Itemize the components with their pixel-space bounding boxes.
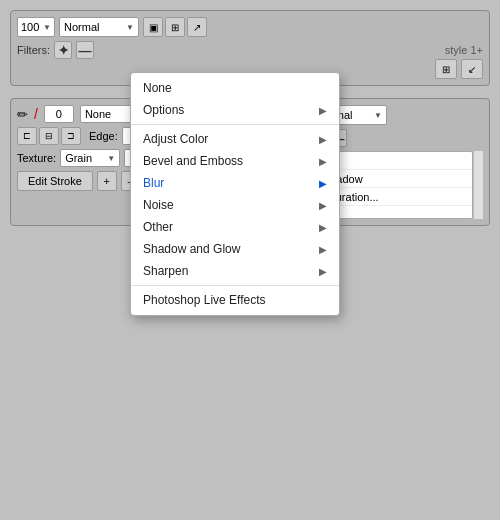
menu-separator-1 <box>131 124 339 125</box>
menu-item-blur[interactable]: Blur ▶ <box>131 172 339 194</box>
options-arrow-icon: ▶ <box>319 105 327 116</box>
menu-item-other[interactable]: Other ▶ <box>131 216 339 238</box>
menu-item-none[interactable]: None <box>131 77 339 99</box>
icon-btn-3[interactable]: ↗ <box>187 17 207 37</box>
menu-item-photoshop-live[interactable]: Photoshop Live Effects <box>131 289 339 311</box>
edge-label: Edge: <box>89 130 118 142</box>
menu-item-blur-label: Blur <box>143 176 164 190</box>
menu-separator-2 <box>131 285 339 286</box>
menu-item-adjust-color[interactable]: Adjust Color ▶ <box>131 128 339 150</box>
opacity-value: 100 <box>21 21 43 33</box>
menu-item-sharpen-label: Sharpen <box>143 264 188 278</box>
filters-row: Filters: ✦ — style 1+ <box>17 41 483 59</box>
texture-arrow-icon: ▼ <box>107 154 115 163</box>
right-blend-arrow-icon: ▼ <box>374 111 382 120</box>
menu-item-other-label: Other <box>143 220 173 234</box>
icon-btn-1[interactable]: ▣ <box>143 17 163 37</box>
edit-stroke-button[interactable]: Edit Stroke <box>17 171 93 191</box>
filter-remove-button[interactable]: — <box>76 41 94 59</box>
stroke-value-input[interactable] <box>44 105 74 123</box>
menu-item-shadow-glow[interactable]: Shadow and Glow ▶ <box>131 238 339 260</box>
filter-add-button[interactable]: ✦ <box>54 41 72 59</box>
blend-mode-label: Normal <box>64 21 126 33</box>
sharpen-arrow-icon: ▶ <box>319 266 327 277</box>
pencil-icon: ✏ <box>17 107 28 122</box>
stroke-extra-btn-1[interactable]: + <box>97 171 117 191</box>
menu-item-bevel-emboss[interactable]: Bevel and Emboss ▶ <box>131 150 339 172</box>
blend-arrow-icon: ▼ <box>126 23 134 32</box>
menu-item-adjust-color-label: Adjust Color <box>143 132 208 146</box>
menu-item-none-label: None <box>143 81 172 95</box>
red-slash-icon: / <box>34 106 38 122</box>
filter-dropdown-menu: None Options ▶ Adjust Color ▶ Bevel and … <box>130 72 340 316</box>
menu-item-noise-label: Noise <box>143 198 174 212</box>
noise-arrow-icon: ▶ <box>319 200 327 211</box>
menu-item-noise[interactable]: Noise ▶ <box>131 194 339 216</box>
bevel-emboss-arrow-icon: ▶ <box>319 156 327 167</box>
filters-scrollbar[interactable] <box>473 151 483 219</box>
filters-label: Filters: <box>17 44 50 56</box>
opacity-box[interactable]: 100 ▼ <box>17 17 55 37</box>
texture-value: Grain <box>65 152 107 164</box>
menu-item-options-label: Options <box>143 103 184 117</box>
blur-arrow-icon: ▶ <box>319 178 327 189</box>
fx-btn-1[interactable]: ⊞ <box>435 59 457 79</box>
texture-dropdown[interactable]: Grain ▼ <box>60 149 120 167</box>
style-tag: style 1+ <box>445 44 483 56</box>
blend-mode-dropdown[interactable]: Normal ▼ <box>59 17 139 37</box>
menu-item-sharpen[interactable]: Sharpen ▶ <box>131 260 339 282</box>
top-toolbar: 100 ▼ Normal ▼ ▣ ⊞ ↗ <box>17 17 483 37</box>
fill-type-label: None <box>85 108 132 120</box>
align-buttons: ⊏ ⊟ ⊐ <box>17 127 81 145</box>
align-center-button[interactable]: ⊟ <box>39 127 59 145</box>
menu-item-photoshop-live-label: Photoshop Live Effects <box>143 293 266 307</box>
icon-btn-2[interactable]: ⊞ <box>165 17 185 37</box>
other-arrow-icon: ▶ <box>319 222 327 233</box>
menu-item-bevel-emboss-label: Bevel and Emboss <box>143 154 243 168</box>
align-right-button[interactable]: ⊐ <box>61 127 81 145</box>
menu-item-options[interactable]: Options ▶ <box>131 99 339 121</box>
fx-btn-2[interactable]: ↙ <box>461 59 483 79</box>
shadow-glow-arrow-icon: ▶ <box>319 244 327 255</box>
texture-label: Texture: <box>17 152 56 164</box>
adjust-color-arrow-icon: ▶ <box>319 134 327 145</box>
opacity-arrow-icon: ▼ <box>43 23 51 32</box>
menu-item-shadow-glow-label: Shadow and Glow <box>143 242 240 256</box>
toolbar-icons: ▣ ⊞ ↗ <box>143 17 207 37</box>
align-left-button[interactable]: ⊏ <box>17 127 37 145</box>
